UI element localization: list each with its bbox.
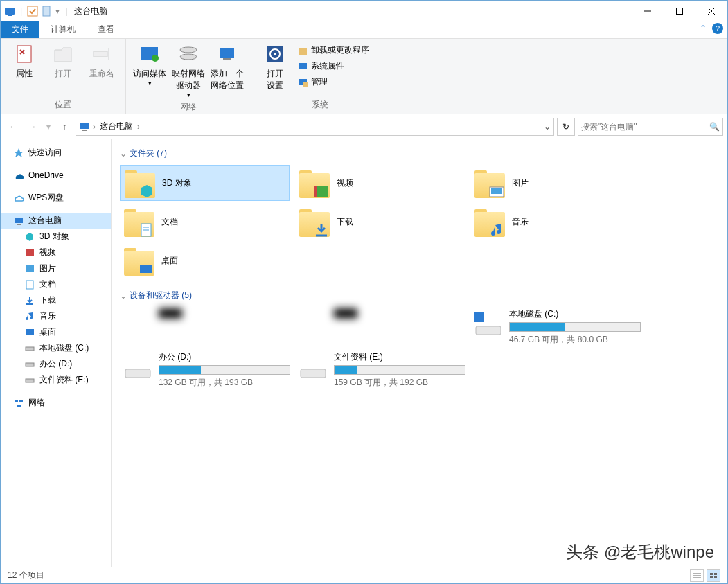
drive-d[interactable]: 办公 (D:)132 GB 可用，共 193 GB <box>120 350 290 390</box>
folder-downloads[interactable]: 下载 <box>295 204 465 240</box>
chevron-icon[interactable]: › <box>137 122 140 132</box>
drive-hidden-2[interactable]: ████ <box>295 307 465 347</box>
qat-checkbox-icon[interactable] <box>26 5 39 17</box>
sidebar-drive-c[interactable]: 本地磁盘 (C:) <box>1 340 111 356</box>
svg-rect-46 <box>476 326 501 335</box>
ribbon-collapse-icon[interactable]: ⌃ <box>700 24 707 33</box>
tab-computer[interactable]: 计算机 <box>39 21 87 38</box>
access-media-button[interactable]: 访问媒体▾ <box>130 42 169 88</box>
drive-hidden-1[interactable]: ████ <box>120 307 290 347</box>
folder-desktop[interactable]: 桌面 <box>120 242 290 278</box>
svg-rect-56 <box>714 576 717 578</box>
window-title: 这台电脑 <box>74 6 107 17</box>
qat-dropdown-icon[interactable]: ▾ <box>54 5 61 17</box>
folder-music[interactable]: 音乐 <box>470 204 640 240</box>
drive-c[interactable]: 本地磁盘 (C:)46.7 GB 可用，共 80.0 GB <box>470 307 640 347</box>
drive-e[interactable]: 文件资料 (E:)159 GB 可用，共 192 GB <box>295 350 465 390</box>
pc-icon <box>79 121 90 132</box>
svg-rect-20 <box>299 48 307 55</box>
ribbon-tabs: 文件 计算机 查看 ⌃ ? <box>1 21 727 38</box>
drive-name: 本地磁盘 (C:) <box>509 308 641 320</box>
section-drives-header[interactable]: ⌄设备和驱动器 (5) <box>114 287 725 304</box>
map-drive-button[interactable]: 映射网络 驱动器▾ <box>169 42 208 100</box>
sidebar-onedrive[interactable]: OneDrive <box>1 168 111 183</box>
svg-rect-27 <box>17 224 21 225</box>
sidebar-wps[interactable]: WPS网盘 <box>1 190 111 206</box>
svg-rect-16 <box>223 58 231 60</box>
drive-name: 文件资料 (E:) <box>334 351 465 363</box>
chevron-down-icon[interactable]: ⌄ <box>120 149 127 159</box>
search-icon[interactable]: 🔍 <box>709 122 720 132</box>
search-input[interactable] <box>581 122 709 132</box>
maximize-button[interactable] <box>664 1 695 21</box>
svg-rect-30 <box>26 281 33 289</box>
refresh-button[interactable]: ↻ <box>557 118 575 136</box>
sidebar-pictures[interactable]: 图片 <box>1 260 111 276</box>
sidebar-videos[interactable]: 视频 <box>1 245 111 260</box>
sidebar-drive-e[interactable]: 文件资料 (E:) <box>1 372 111 388</box>
drive-free-text: 159 GB 可用，共 192 GB <box>334 377 465 389</box>
sidebar-desktop[interactable]: 桌面 <box>1 324 111 340</box>
breadcrumb-root[interactable]: 这台电脑 <box>98 121 134 132</box>
manage-button[interactable]: 管理 <box>294 75 384 89</box>
separator: | <box>65 6 67 16</box>
folder-3d-objects[interactable]: 3D 对象 <box>120 165 290 201</box>
back-button[interactable]: ← <box>5 118 21 135</box>
recent-dropdown[interactable]: ▾ <box>44 118 53 135</box>
svg-rect-55 <box>710 576 713 578</box>
svg-rect-28 <box>26 249 34 256</box>
system-props-button[interactable]: 系统属性 <box>294 59 384 73</box>
svg-rect-41 <box>491 188 502 194</box>
folder-videos[interactable]: 视频 <box>295 165 465 201</box>
svg-rect-1 <box>8 15 12 16</box>
svg-rect-45 <box>140 265 152 273</box>
nav-bar: ← → ▾ ↑ › 这台电脑 › ⌄ ↻ 🔍 <box>1 114 727 139</box>
sidebar-network[interactable]: 网络 <box>1 395 111 411</box>
svg-rect-5 <box>677 8 683 15</box>
address-dropdown-icon[interactable]: ⌄ <box>544 122 551 132</box>
sidebar-music[interactable]: 音乐 <box>1 308 111 324</box>
svg-rect-47 <box>474 312 484 322</box>
svg-rect-24 <box>80 123 89 129</box>
qat-doc-icon[interactable] <box>40 5 53 17</box>
svg-rect-29 <box>26 265 34 272</box>
up-button[interactable]: ↑ <box>56 118 73 135</box>
svg-rect-23 <box>303 82 308 87</box>
svg-rect-26 <box>15 218 23 223</box>
sidebar-3d-objects[interactable]: 3D 对象 <box>1 229 111 245</box>
drive-usage-bar <box>509 322 641 332</box>
minimize-button[interactable] <box>632 1 664 21</box>
open-button[interactable]: 打开 <box>44 42 82 81</box>
sidebar-downloads[interactable]: 下载 <box>1 292 111 308</box>
help-icon[interactable]: ? <box>712 23 723 34</box>
address-bar[interactable]: › 这台电脑 › ⌄ <box>76 118 554 136</box>
search-box[interactable]: 🔍 <box>578 118 723 136</box>
chevron-down-icon[interactable]: ⌄ <box>120 291 127 301</box>
rename-button[interactable]: 重命名 <box>82 42 121 81</box>
details-view-button[interactable] <box>690 569 704 582</box>
section-folders-header[interactable]: ⌄文件夹 (7) <box>114 145 725 162</box>
sidebar-this-pc[interactable]: 这台电脑 <box>1 213 111 229</box>
open-settings-button[interactable]: 打开 设置 <box>256 42 294 93</box>
properties-button[interactable]: 属性 <box>5 42 44 81</box>
tab-file[interactable]: 文件 <box>1 21 39 38</box>
uninstall-button[interactable]: 卸载或更改程序 <box>294 43 384 57</box>
sidebar-quick-access[interactable]: 快速访问 <box>1 145 111 161</box>
sidebar-documents[interactable]: 文档 <box>1 276 111 292</box>
icons-view-button[interactable] <box>707 569 720 582</box>
svg-rect-25 <box>82 130 87 131</box>
close-button[interactable] <box>695 1 727 21</box>
svg-rect-31 <box>26 329 34 335</box>
tab-view[interactable]: 查看 <box>87 21 125 38</box>
folder-documents[interactable]: 文档 <box>120 204 290 240</box>
drive-usage-bar <box>334 365 465 375</box>
svg-point-12 <box>152 55 159 62</box>
status-bar: 12 个项目 <box>1 567 727 583</box>
svg-rect-33 <box>26 363 34 366</box>
folder-pictures[interactable]: 图片 <box>470 165 640 201</box>
sidebar-drive-d[interactable]: 办公 (D:) <box>1 356 111 372</box>
forward-button[interactable]: → <box>24 118 41 135</box>
chevron-icon[interactable]: › <box>93 122 96 132</box>
add-network-button[interactable]: 添加一个 网络位置 <box>208 42 247 93</box>
svg-rect-37 <box>17 405 21 407</box>
